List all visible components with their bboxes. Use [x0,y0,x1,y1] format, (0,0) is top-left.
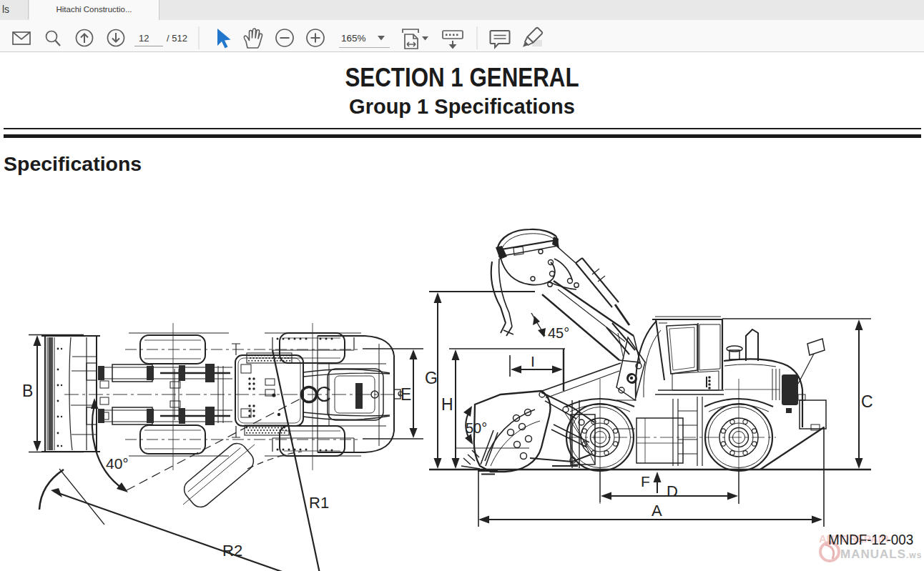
svg-text:G: G [425,369,438,387]
svg-text:I: I [531,353,535,369]
svg-text:R2: R2 [222,542,242,560]
svg-text:B: B [22,382,33,400]
svg-text:E: E [400,385,411,404]
svg-text:40°: 40° [106,455,129,472]
svg-text:C: C [861,392,873,411]
svg-text:F: F [641,473,650,490]
svg-text:H: H [441,395,453,414]
svg-text:D: D [667,482,678,500]
svg-text:45°: 45° [548,325,569,341]
svg-text:R1: R1 [309,494,329,512]
svg-text:50°: 50° [466,420,487,436]
svg-text:A: A [652,502,662,520]
